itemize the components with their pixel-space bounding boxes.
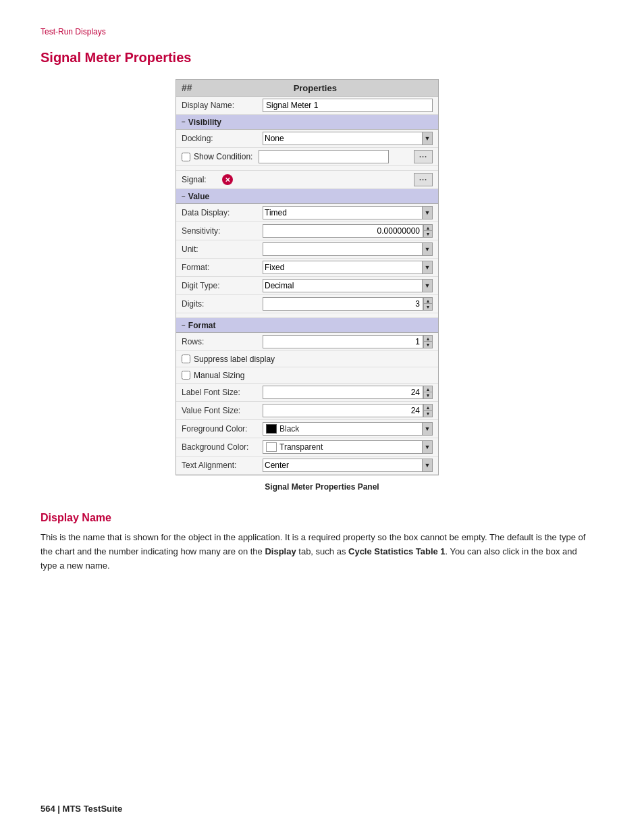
digits-spinner-down[interactable]: ▼	[423, 304, 433, 311]
unit-select[interactable]	[263, 242, 422, 256]
unit-dropdown-arrow[interactable]: ▼	[422, 242, 433, 256]
properties-panel: ## Properties Display Name: − Visibility…	[176, 79, 439, 475]
manual-sizing-row: Manual Sizing	[176, 367, 438, 384]
text-alignment-row: Text Alignment: ▼	[176, 457, 438, 475]
display-name-section-title: Display Name	[41, 512, 603, 524]
signal-row: Signal: ✕ ···	[176, 171, 438, 189]
manual-sizing-text: Manual Sizing	[194, 371, 244, 380]
data-display-select[interactable]	[263, 206, 422, 219]
background-color-text: Transparent	[279, 442, 323, 452]
format-value: ▼	[263, 261, 433, 274]
docking-select-wrapper: ▼	[263, 132, 433, 145]
foreground-color-display[interactable]: Black	[263, 422, 422, 436]
show-condition-checkbox[interactable]	[182, 153, 190, 161]
label-font-size-value: ▲ ▼	[263, 386, 433, 399]
foreground-color-select-wrapper: Black ▼	[263, 422, 433, 436]
docking-select[interactable]	[263, 132, 422, 145]
data-display-row: Data Display: ▼	[176, 204, 438, 222]
suppress-label-row: Suppress label display	[176, 351, 438, 367]
docking-row: Docking: ▼	[176, 130, 438, 148]
text-alignment-select[interactable]	[263, 459, 422, 472]
text-alignment-label: Text Alignment:	[182, 461, 263, 470]
format-dropdown-arrow[interactable]: ▼	[422, 261, 433, 274]
digit-type-label: Digit Type:	[182, 281, 263, 290]
foreground-color-dropdown-arrow[interactable]: ▼	[422, 422, 433, 436]
suppress-label-text: Suppress label display	[194, 355, 275, 364]
background-color-row: Background Color: Transparent ▼	[176, 438, 438, 457]
digits-value: ▲ ▼	[263, 297, 433, 311]
signal-ellipsis-btn[interactable]: ···	[414, 173, 433, 186]
breadcrumb: Test-Run Displays	[41, 27, 603, 36]
visibility-collapse-icon[interactable]: −	[182, 118, 186, 126]
value-font-size-spinner-down[interactable]: ▼	[423, 411, 433, 417]
value-font-size-row: Value Font Size: ▲ ▼	[176, 402, 438, 420]
panel-header-title: Properties	[198, 83, 433, 93]
data-display-label: Data Display:	[182, 208, 263, 217]
sensitivity-spinner-up[interactable]: ▲	[423, 224, 433, 231]
digits-input[interactable]	[263, 297, 423, 311]
label-font-size-spinner-down[interactable]: ▼	[423, 392, 433, 399]
label-font-size-spinner: ▲ ▼	[263, 386, 433, 399]
docking-value: ▼	[263, 132, 433, 145]
digits-spinner: ▲ ▼	[263, 297, 433, 311]
rows-label: Rows:	[182, 337, 263, 346]
digits-spinner-up[interactable]: ▲	[423, 297, 433, 304]
rows-spinner-buttons: ▲ ▼	[423, 335, 433, 348]
unit-label: Unit:	[182, 244, 263, 254]
unit-value: ▼	[263, 242, 433, 256]
format-collapse-icon[interactable]: −	[182, 321, 186, 329]
background-color-display[interactable]: Transparent	[263, 440, 422, 454]
text-alignment-select-wrapper: ▼	[263, 459, 433, 472]
label-font-size-input[interactable]	[263, 386, 423, 399]
panel-header-icon: ##	[182, 82, 192, 93]
display-name-section: Display Name This is the name that is sh…	[41, 512, 603, 573]
sensitivity-input[interactable]	[263, 224, 423, 238]
page-footer: 564 | MTS TestSuite	[41, 804, 122, 814]
format-section-label: Format	[188, 321, 216, 330]
docking-dropdown-arrow[interactable]: ▼	[422, 132, 433, 145]
value-font-size-spinner-buttons: ▲ ▼	[423, 404, 433, 417]
value-collapse-icon[interactable]: −	[182, 192, 186, 200]
rows-input[interactable]	[263, 335, 423, 348]
rows-value: ▲ ▼	[263, 335, 433, 348]
label-font-size-spinner-up[interactable]: ▲	[423, 386, 433, 392]
value-font-size-value: ▲ ▼	[263, 404, 433, 417]
data-display-dropdown-arrow[interactable]: ▼	[422, 206, 433, 219]
visibility-section-header: − Visibility	[176, 115, 438, 130]
sensitivity-spinner-down[interactable]: ▼	[423, 231, 433, 238]
value-font-size-input[interactable]	[263, 404, 423, 417]
display-name-input[interactable]	[263, 99, 433, 112]
digits-spinner-buttons: ▲ ▼	[423, 297, 433, 311]
value-font-size-label: Value Font Size:	[182, 406, 263, 415]
show-condition-ellipsis-btn[interactable]: ···	[414, 150, 433, 163]
background-color-dropdown-arrow[interactable]: ▼	[422, 440, 433, 454]
rows-spinner-up[interactable]: ▲	[423, 335, 433, 342]
rows-spinner-down[interactable]: ▼	[423, 342, 433, 348]
spacer-row-2	[176, 313, 438, 318]
text-alignment-value: ▼	[263, 459, 433, 472]
value-font-size-spinner-up[interactable]: ▲	[423, 404, 433, 411]
digits-row: Digits: ▲ ▼	[176, 295, 438, 313]
text-alignment-dropdown-arrow[interactable]: ▼	[422, 459, 433, 472]
foreground-color-value: Black ▼	[263, 422, 433, 436]
rows-row: Rows: ▲ ▼	[176, 333, 438, 351]
show-condition-input[interactable]	[259, 150, 389, 163]
digit-type-dropdown-arrow[interactable]: ▼	[422, 279, 433, 292]
display-name-value-wrapper	[263, 99, 433, 112]
rows-spinner: ▲ ▼	[263, 335, 433, 348]
docking-label: Docking:	[182, 134, 263, 143]
sensitivity-row: Sensitivity: ▲ ▼	[176, 222, 438, 240]
spacer-row-1	[176, 166, 438, 171]
format-select[interactable]	[263, 261, 422, 274]
page-title: Signal Meter Properties	[41, 50, 603, 66]
signal-label: Signal:	[182, 175, 222, 184]
suppress-label-checkbox[interactable]	[182, 355, 190, 363]
digit-type-select[interactable]	[263, 279, 422, 292]
background-color-label: Background Color:	[182, 442, 263, 452]
manual-sizing-checkbox[interactable]	[182, 371, 190, 380]
label-font-size-row: Label Font Size: ▲ ▼	[176, 384, 438, 402]
format-section-header: − Format	[176, 318, 438, 333]
data-display-select-wrapper: ▼	[263, 206, 433, 219]
sensitivity-spinner: ▲ ▼	[263, 224, 433, 238]
unit-row: Unit: ▼	[176, 240, 438, 259]
